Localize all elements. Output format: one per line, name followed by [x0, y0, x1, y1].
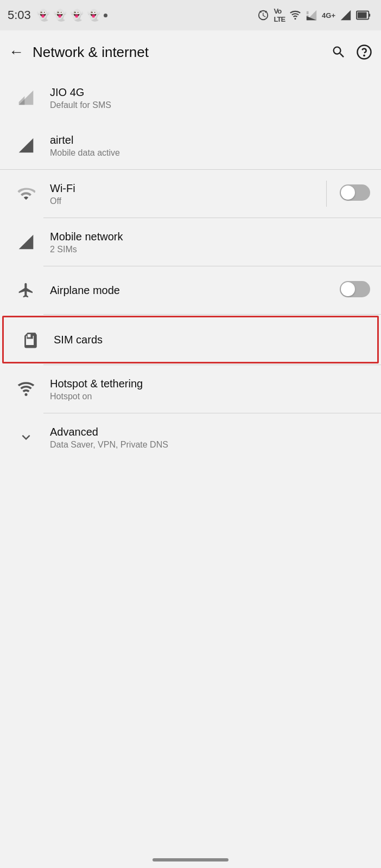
sim-icon	[15, 330, 45, 349]
header-actions	[331, 44, 372, 60]
hotspot-title: Hotspot & tethering	[50, 376, 370, 391]
wifi-toggle[interactable]	[340, 184, 370, 201]
status-right: VoLTE 4G+	[257, 7, 371, 23]
battery-icon	[356, 9, 371, 21]
help-icon	[356, 44, 372, 60]
back-button[interactable]: ←	[9, 44, 24, 60]
airplane-title: Airplane mode	[50, 283, 335, 297]
airplane-icon	[11, 282, 41, 299]
svg-rect-2	[369, 14, 370, 17]
snapchat-icon-1: 👻	[36, 9, 50, 22]
mobile-network-title: Mobile network	[50, 229, 370, 244]
svg-rect-1	[358, 12, 367, 18]
advanced-subtitle: Data Saver, VPN, Private DNS	[50, 440, 370, 450]
hotspot-status-icon	[289, 9, 301, 21]
advanced-title: Advanced	[50, 425, 370, 439]
hotspot-item[interactable]: Hotspot & tethering Hotspot on	[0, 365, 381, 413]
sim-cards-title: SIM cards	[54, 333, 366, 347]
airtel-title: airtel	[50, 133, 370, 147]
settings-list: JIO 4G Default for SMS airtel Mobile dat…	[0, 74, 381, 461]
mobile-network-item[interactable]: Mobile network 2 SIMs	[0, 218, 381, 266]
mobile-signal-icon	[11, 233, 41, 251]
signal-full-icon	[11, 137, 41, 154]
airtel-subtitle: Mobile data active	[50, 148, 370, 158]
hotspot-subtitle: Hotspot on	[50, 392, 370, 401]
airplane-mode-item[interactable]: Airplane mode	[0, 266, 381, 314]
advanced-item[interactable]: Advanced Data Saver, VPN, Private DNS	[0, 413, 381, 461]
snapchat-icon-3: 👻	[70, 9, 84, 22]
home-indicator[interactable]	[153, 858, 228, 861]
airplane-toggle[interactable]	[340, 281, 370, 297]
header: ← Network & internet	[0, 30, 381, 74]
hotspot-icon	[11, 380, 41, 398]
signal-weak-icon	[11, 89, 41, 106]
mobile-network-subtitle: 2 SIMs	[50, 245, 370, 254]
airtel-item[interactable]: airtel Mobile data active	[0, 122, 381, 169]
help-button[interactable]	[356, 44, 372, 60]
4g-plus-icon: 4G+	[322, 11, 335, 20]
search-button[interactable]	[331, 44, 346, 60]
status-bar: 5:03 👻 👻 👻 👻 VoLTE 4G+	[0, 0, 381, 30]
jio-item[interactable]: JIO 4G Default for SMS	[0, 74, 381, 122]
signal-weak-status-icon	[306, 9, 318, 21]
status-time: 5:03	[8, 8, 31, 22]
status-left: 5:03 👻 👻 👻 👻	[8, 8, 107, 22]
notification-dot	[104, 14, 107, 17]
volte-icon: VoLTE	[274, 7, 285, 23]
wifi-item[interactable]: Wi-Fi Off	[0, 170, 381, 218]
wifi-icon	[11, 184, 41, 203]
page-title: Network & internet	[33, 44, 322, 61]
divider-3	[43, 314, 381, 315]
search-icon	[331, 44, 346, 60]
snapchat-icon-4: 👻	[87, 9, 100, 22]
signal-full-status-icon	[340, 9, 352, 21]
wifi-subtitle: Off	[50, 196, 318, 206]
snapchat-icon-2: 👻	[53, 9, 67, 22]
wifi-divider	[326, 181, 327, 207]
jio-title: JIO 4G	[50, 85, 370, 99]
sim-cards-item[interactable]: SIM cards	[2, 316, 379, 363]
alarm-icon	[257, 9, 269, 21]
jio-subtitle: Default for SMS	[50, 100, 370, 110]
expand-icon	[11, 429, 41, 445]
wifi-title: Wi-Fi	[50, 181, 318, 195]
